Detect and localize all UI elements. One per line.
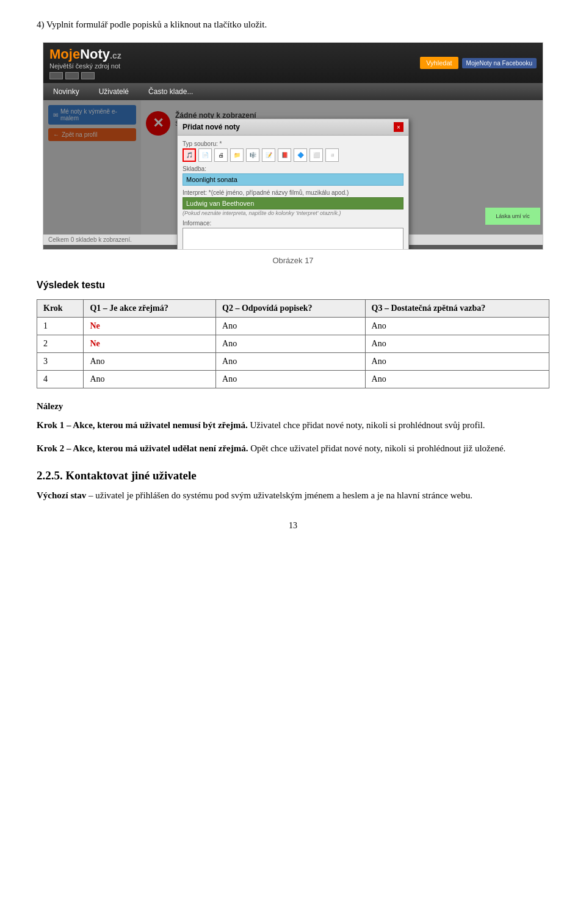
cell-q2-1: Ano — [216, 318, 365, 335]
website-header: MojeNoty.cz Největší český zdroj not Vyh… — [43, 43, 543, 83]
col-krok: Krok — [37, 300, 84, 318]
cell-q1-4: Ano — [84, 371, 216, 388]
skladba-label: Skladba: — [183, 166, 403, 172]
skladba-input[interactable] — [183, 173, 403, 186]
table-row: 2 Ne Ano Ano — [37, 335, 549, 353]
col-q3: Q3 – Dostatečná zpětná vazba? — [365, 300, 549, 318]
dialog-close-button[interactable]: × — [394, 122, 403, 132]
add-noty-dialog: Přidat nové noty × Typ souboru: * 🎵 📄 🖨 … — [177, 118, 409, 250]
col-q2: Q2 – Odpovídá popisek? — [216, 300, 365, 318]
krok1-rest: Uživatel chce přidat nové noty, nikoli s… — [248, 420, 485, 430]
intro-text: 4) Vyplnit formulář podle popisků a klik… — [37, 18, 549, 31]
page-number: 13 — [37, 521, 549, 531]
informace-label: Informace: — [183, 220, 403, 227]
facebook-button[interactable]: MojeNoty na Facebooku — [462, 58, 537, 68]
col-q1: Q1 – Je akce zřejmá? — [84, 300, 216, 318]
cell-q2-4: Ano — [216, 371, 365, 388]
typ-label: Typ souboru: * — [183, 140, 403, 147]
results-heading: Výsledek testu — [37, 280, 549, 291]
cell-q1-2: Ne — [84, 335, 216, 353]
type-icon-10[interactable]: ◽ — [325, 148, 339, 162]
table-row: 3 Ano Ano Ano — [37, 353, 549, 371]
ad-banner: Láska umí víc — [485, 208, 540, 225]
section-225-heading: 2.2.5. Kontaktovat jiné uživatele — [37, 469, 549, 482]
type-icon-3[interactable]: 🖨 — [214, 148, 228, 162]
website-tagline: Největší český zdroj not — [49, 62, 121, 70]
type-icon-9[interactable]: ⬜ — [309, 148, 323, 162]
interpret-input[interactable] — [183, 197, 403, 209]
krok1-text: Krok 1 – Akce, kterou má uživatel nemusí… — [37, 418, 549, 432]
cell-q2-2: Ano — [216, 335, 365, 353]
dialog-titlebar: Přidat nové noty × — [178, 119, 408, 136]
website-nav: Novinky Uživatelé Často klade... — [43, 83, 543, 100]
cell-krok-2: 2 — [37, 335, 84, 353]
nav-uzivatele[interactable]: Uživatelé — [89, 83, 139, 100]
type-icon-5[interactable]: 🎼 — [246, 148, 259, 162]
dialog-title: Přidat nové noty — [183, 123, 240, 131]
cell-q3-4: Ano — [365, 371, 549, 388]
section-225-text: Výchozí stav – uživatel je přihlášen do … — [37, 489, 549, 503]
search-button[interactable]: Vyhledat — [420, 57, 458, 69]
table-row: 1 Ne Ano Ano — [37, 318, 549, 335]
type-icon-2[interactable]: 📄 — [198, 148, 212, 162]
type-icon-8[interactable]: 🔷 — [294, 148, 307, 162]
krok2-text: Krok 2 – Akce, kterou má uživatel udělat… — [37, 442, 549, 456]
type-icon-4[interactable]: 📁 — [230, 148, 244, 162]
caption: Obrázek 17 — [37, 256, 549, 265]
interpret-label: Interpret: *(celé jméno, případné názvy … — [183, 189, 403, 196]
cell-q1-3: Ano — [84, 353, 216, 371]
vychozi-stav-bold: Výchozí stav — [37, 490, 86, 500]
nav-novinky[interactable]: Novinky — [43, 83, 89, 100]
cell-krok-1: 1 — [37, 318, 84, 335]
cell-krok-4: 4 — [37, 371, 84, 388]
nalezy-heading: Nálezy — [37, 399, 549, 413]
type-icon-1[interactable]: 🎵 — [183, 148, 196, 162]
krok2-rest: Opět chce uživatel přidat nové noty, nik… — [248, 443, 506, 453]
screenshot-image: MojeNoty.cz Největší český zdroj not Vyh… — [43, 42, 543, 250]
nav-casto[interactable]: Často klade... — [139, 83, 203, 100]
website-logo: MojeNoty.cz — [49, 46, 121, 62]
type-icons-row: 🎵 📄 🖨 📁 🎼 📝 📕 🔷 ⬜ ◽ — [183, 148, 403, 162]
interpret-hint: (Pokud neznáte interpreta, napište do ko… — [183, 210, 403, 216]
cell-q3-2: Ano — [365, 335, 549, 353]
cell-krok-3: 3 — [37, 353, 84, 371]
type-icon-6[interactable]: 📝 — [262, 148, 275, 162]
dialog-overlay: Přidat nové noty × Typ souboru: * 🎵 📄 🖨 … — [43, 100, 543, 235]
cell-q3-1: Ano — [365, 318, 549, 335]
cell-q3-3: Ano — [365, 353, 549, 371]
table-row: 4 Ano Ano Ano — [37, 371, 549, 388]
krok2-bold: Krok 2 – Akce, kterou má uživatel udělat… — [37, 443, 248, 453]
vychozi-stav-rest: – uživatel je přihlášen do systému pod s… — [86, 490, 472, 500]
type-icon-7[interactable]: 📕 — [278, 148, 291, 162]
cell-q2-3: Ano — [216, 353, 365, 371]
krok1-bold: Krok 1 – Akce, kterou má uživatel nemusí… — [37, 420, 248, 430]
cell-q1-1: Ne — [84, 318, 216, 335]
result-table: Krok Q1 – Je akce zřejmá? Q2 – Odpovídá … — [37, 299, 549, 388]
informace-textarea[interactable] — [183, 228, 403, 250]
